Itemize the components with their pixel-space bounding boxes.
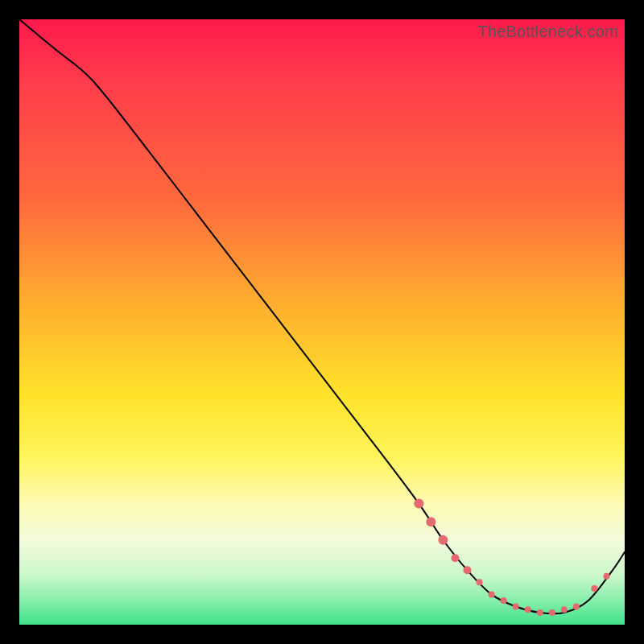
data-marker bbox=[414, 499, 423, 509]
data-marker bbox=[603, 573, 609, 580]
data-marker bbox=[537, 609, 543, 616]
data-marker bbox=[501, 597, 507, 604]
data-marker bbox=[513, 603, 519, 609]
data-marker bbox=[591, 585, 597, 592]
data-marker bbox=[489, 591, 495, 597]
data-marker bbox=[426, 517, 436, 526]
data-marker bbox=[451, 554, 459, 562]
marker-group bbox=[414, 499, 609, 616]
chart-svg bbox=[19, 19, 625, 625]
data-marker bbox=[549, 609, 555, 616]
chart-frame: TheBottleneck.com bbox=[0, 0, 644, 644]
plot-area: TheBottleneck.com bbox=[19, 19, 625, 625]
data-marker bbox=[573, 603, 580, 609]
data-marker bbox=[463, 566, 471, 574]
data-marker bbox=[438, 535, 448, 545]
curve-path bbox=[19, 19, 625, 613]
data-marker bbox=[561, 606, 568, 613]
data-marker bbox=[525, 606, 531, 613]
data-marker bbox=[477, 579, 483, 585]
